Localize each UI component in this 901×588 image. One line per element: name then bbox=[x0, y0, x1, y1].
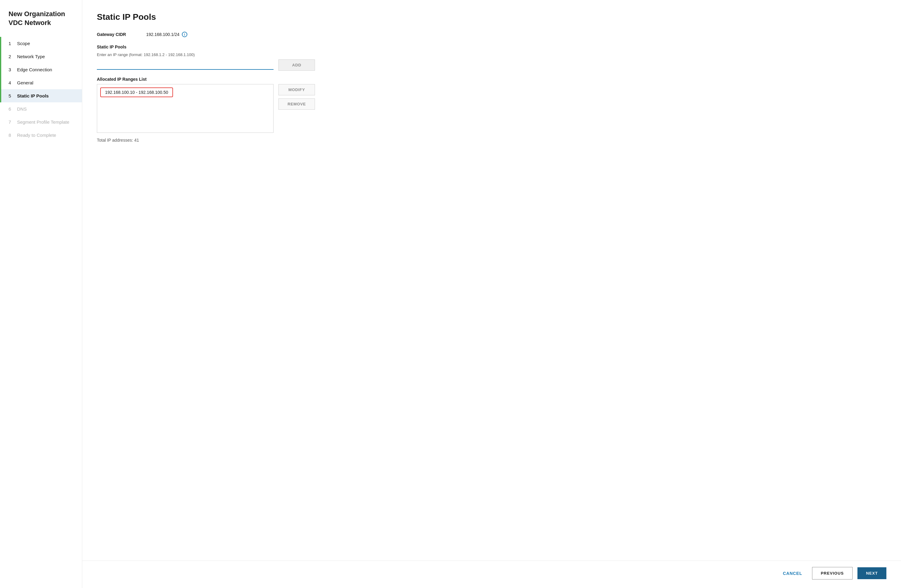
sidebar-item-label-dns: DNS bbox=[17, 106, 27, 112]
footer: CANCEL PREVIOUS NEXT bbox=[82, 561, 901, 588]
gateway-cidr-value: 192.168.100.1/24 bbox=[146, 32, 179, 37]
sidebar-item-label-general: General bbox=[17, 80, 33, 85]
input-row: ADD bbox=[97, 59, 886, 71]
side-buttons: MODIFY REMOVE bbox=[278, 84, 315, 110]
page-title: Static IP Pools bbox=[97, 12, 886, 22]
total-ip-text: Total IP addresses: 41 bbox=[97, 138, 886, 143]
allocated-entry-0[interactable]: 192.168.100.10 - 192.168.100.50 bbox=[100, 87, 173, 97]
allocated-area-wrapper: 192.168.100.10 - 192.168.100.50 MODIFY R… bbox=[97, 84, 886, 133]
sidebar-item-label-ready-to-complete: Ready to Complete bbox=[17, 133, 56, 138]
sidebar: New Organization VDC Network 1 Scope 2 N… bbox=[0, 0, 82, 588]
sidebar-item-general[interactable]: 4 General bbox=[0, 76, 82, 89]
sidebar-title: New Organization VDC Network bbox=[0, 10, 82, 37]
modify-button[interactable]: MODIFY bbox=[278, 84, 315, 95]
sidebar-item-static-ip-pools[interactable]: 5 Static IP Pools bbox=[0, 89, 82, 102]
sidebar-item-dns[interactable]: 6 DNS bbox=[0, 102, 82, 115]
step-num-3: 3 bbox=[9, 67, 14, 72]
add-button[interactable]: ADD bbox=[278, 59, 315, 71]
step-num-8: 8 bbox=[9, 133, 14, 138]
previous-button[interactable]: PREVIOUS bbox=[812, 567, 853, 579]
info-icon[interactable]: i bbox=[182, 32, 187, 37]
step-num-2: 2 bbox=[9, 54, 14, 59]
sidebar-item-label-static-ip-pools: Static IP Pools bbox=[17, 93, 49, 98]
sidebar-item-network-type[interactable]: 2 Network Type bbox=[0, 50, 82, 63]
sidebar-item-segment-profile-template[interactable]: 7 Segment Profile Template bbox=[0, 115, 82, 129]
sidebar-item-scope[interactable]: 1 Scope bbox=[0, 37, 82, 50]
allocated-list: 192.168.100.10 - 192.168.100.50 bbox=[97, 84, 274, 133]
sidebar-item-ready-to-complete[interactable]: 8 Ready to Complete bbox=[0, 129, 82, 142]
sidebar-item-label-network-type: Network Type bbox=[17, 54, 45, 59]
step-num-5: 5 bbox=[9, 93, 14, 98]
ip-range-hint: Enter an IP range (format: 192.168.1.2 -… bbox=[97, 52, 886, 57]
step-num-7: 7 bbox=[9, 119, 14, 125]
ip-range-input[interactable] bbox=[97, 60, 274, 70]
cancel-button[interactable]: CANCEL bbox=[778, 567, 807, 579]
sidebar-item-edge-connection[interactable]: 3 Edge Connection bbox=[0, 63, 82, 76]
sidebar-nav: 1 Scope 2 Network Type 3 Edge Connection… bbox=[0, 37, 82, 588]
static-ip-pools-label: Static IP Pools bbox=[97, 44, 886, 49]
gateway-cidr-row: Gateway CIDR 192.168.100.1/24 i bbox=[97, 32, 886, 37]
step-num-4: 4 bbox=[9, 80, 14, 85]
step-num-1: 1 bbox=[9, 41, 14, 46]
step-num-6: 6 bbox=[9, 106, 14, 112]
sidebar-item-label-scope: Scope bbox=[17, 41, 30, 46]
sidebar-item-label-segment-profile-template: Segment Profile Template bbox=[17, 119, 69, 125]
allocated-list-label: Allocated IP Ranges List bbox=[97, 77, 886, 82]
gateway-cidr-label: Gateway CIDR bbox=[97, 32, 143, 37]
next-button[interactable]: NEXT bbox=[857, 567, 886, 579]
sidebar-item-label-edge-connection: Edge Connection bbox=[17, 67, 52, 72]
main-content: Static IP Pools Gateway CIDR 192.168.100… bbox=[82, 0, 901, 561]
remove-button[interactable]: REMOVE bbox=[278, 98, 315, 110]
